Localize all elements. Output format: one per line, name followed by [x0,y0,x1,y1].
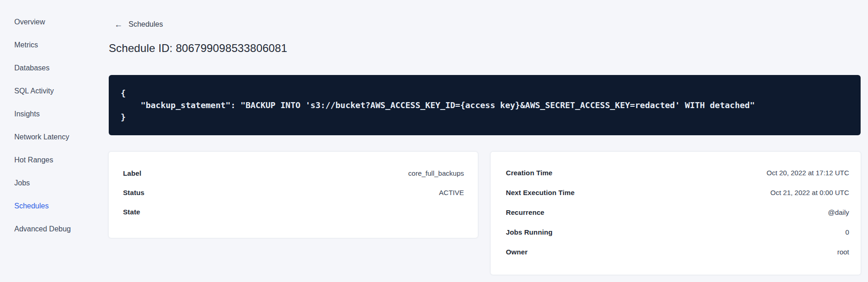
sidebar-item-schedules[interactable]: Schedules [14,201,109,212]
sidebar-item-hot-ranges[interactable]: Hot Ranges [14,155,109,166]
row-value: root [837,248,849,256]
sidebar-item-jobs[interactable]: Jobs [14,178,109,189]
detail-row-status: Status ACTIVE [123,185,464,199]
code-line: } [121,111,851,123]
row-value: ACTIVE [439,189,464,196]
schedule-details-card: Label core_full_backups Status ACTIVE St… [109,152,478,238]
code-line: { [121,87,851,99]
row-label: Owner [506,248,528,256]
summary-cards-row: Label core_full_backups Status ACTIVE St… [109,152,861,275]
back-link-label: Schedules [129,20,163,29]
row-label: Next Execution Time [506,189,575,196]
row-label: Status [123,189,144,196]
back-to-schedules-link[interactable]: ← Schedules [109,20,163,29]
sidebar-item-overview[interactable]: Overview [14,17,109,28]
back-arrow-icon: ← [114,20,123,29]
detail-row-owner: Owner root [506,245,849,259]
row-label: Creation Time [506,169,552,177]
row-value: 0 [845,228,849,236]
row-label: State [123,208,140,216]
row-label: Label [123,169,141,177]
row-value: core_full_backups [408,169,464,177]
row-label: Recurrence [506,208,545,216]
detail-row-creation-time: Creation Time Oct 20, 2022 at 17:12 UTC [506,166,849,179]
detail-row-label: Label core_full_backups [123,166,464,180]
sidebar-item-advanced-debug[interactable]: Advanced Debug [14,224,109,235]
sidebar: Overview Metrics Databases SQL Activity … [0,0,109,282]
row-label: Jobs Running [506,228,552,236]
sidebar-item-network-latency[interactable]: Network Latency [14,132,109,143]
detail-row-next-execution-time: Next Execution Time Oct 21, 2022 at 0:00… [506,185,849,199]
row-value: Oct 21, 2022 at 0:00 UTC [770,189,849,196]
sidebar-item-metrics[interactable]: Metrics [14,40,109,51]
sidebar-item-sql-activity[interactable]: SQL Activity [14,86,109,97]
code-line: "backup_statement": "BACKUP INTO 's3://b… [121,99,851,111]
detail-row-jobs-running: Jobs Running 0 [506,225,849,239]
main-content: ← Schedules Schedule ID: 806799098533806… [109,0,861,275]
schedule-definition-code: { "backup_statement": "BACKUP INTO 's3:/… [109,75,861,135]
detail-row-state: State [123,205,464,219]
sidebar-item-insights[interactable]: Insights [14,109,109,120]
detail-row-recurrence: Recurrence @daily [506,205,849,219]
page-title: Schedule ID: 806799098533806081 [109,41,861,55]
schedule-timing-card: Creation Time Oct 20, 2022 at 17:12 UTC … [491,152,861,275]
row-value: Oct 20, 2022 at 17:12 UTC [767,169,849,177]
row-value: @daily [828,208,849,216]
sidebar-item-databases[interactable]: Databases [14,63,109,74]
